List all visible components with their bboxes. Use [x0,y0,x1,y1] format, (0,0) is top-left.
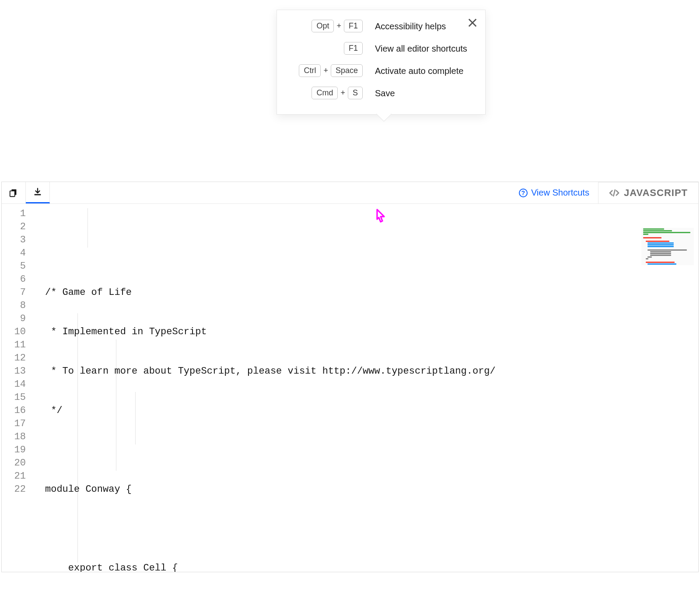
code-line[interactable]: /* Game of Life [45,286,698,299]
code-icon [609,188,620,198]
code-line[interactable]: module Conway { [45,483,698,496]
minimap[interactable] [641,228,694,265]
plus-separator: + [336,21,341,31]
download-icon [33,187,42,197]
code-line[interactable]: * Implemented in TypeScript [45,326,698,339]
plus-separator: + [340,88,345,98]
cursor-pointer-icon [371,206,390,229]
code-line[interactable] [45,444,698,457]
shortcut-row: F1 View all editor shortcuts [288,42,474,55]
shortcut-description: Accessibility helps [375,20,474,32]
shortcut-description: Save [375,87,474,99]
view-shortcuts-button[interactable]: ? View Shortcuts [510,182,598,203]
shortcut-row: Cmd + S Save [288,87,474,99]
line-gutter: 1 2 3 4 5 6 7 8 9 10 11 12 13 14 15 16 1… [2,204,35,572]
key: S [348,87,363,99]
shortcuts-tooltip: Opt + F1 Accessibility helps F1 View all… [276,10,486,115]
key: Space [331,64,363,77]
plus-separator: + [323,66,328,75]
copy-icon [9,188,18,198]
code-panel: ? View Shortcuts JAVASCRIPT 1 2 3 4 5 6 … [1,182,699,572]
code-line[interactable]: * To learn more about TypeScript, please… [45,365,698,378]
key: Ctrl [299,64,321,77]
editor[interactable]: 1 2 3 4 5 6 7 8 9 10 11 12 13 14 15 16 1… [2,204,698,572]
code-line[interactable]: */ [45,404,698,417]
language-label: JAVASCRIPT [624,187,688,199]
shortcut-description: Activate auto complete [375,64,474,77]
svg-rect-1 [10,191,15,196]
view-shortcuts-label: View Shortcuts [531,188,589,198]
shortcut-row: Ctrl + Space Activate auto complete [288,64,474,77]
shortcut-description: View all editor shortcuts [375,42,474,55]
close-icon[interactable] [468,18,477,28]
help-icon: ? [519,189,528,197]
copy-button[interactable] [2,182,26,203]
language-tab[interactable]: JAVASCRIPT [598,182,698,204]
download-button[interactable] [26,182,50,203]
key: Opt [312,20,334,32]
toolbar: ? View Shortcuts JAVASCRIPT [2,182,698,204]
code-line[interactable]: export class Cell { [45,562,698,572]
shortcut-row: Opt + F1 Accessibility helps [288,20,474,32]
svg-rect-2 [35,194,41,196]
code-area[interactable]: /* Game of Life * Implemented in TypeScr… [35,204,698,572]
key: F1 [344,42,363,55]
code-line[interactable] [45,522,698,536]
key: F1 [344,20,363,32]
key: Cmd [312,87,338,99]
